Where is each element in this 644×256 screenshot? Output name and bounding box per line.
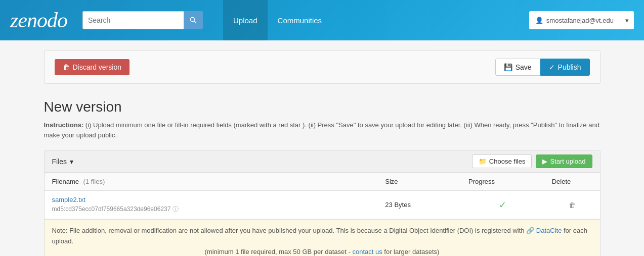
external-link-icon: 🔗 (526, 227, 534, 234)
file-delete-button[interactable]: 🗑 (569, 201, 576, 209)
right-buttons: 💾 Save ✓ Publish (495, 59, 590, 76)
col-header-delete: Delete (544, 173, 600, 191)
publish-button[interactable]: ✓ Publish (540, 59, 590, 76)
chevron-down-icon: ▾ (70, 158, 73, 166)
file-delete-cell: 🗑 (544, 191, 600, 219)
logo: zenodo (10, 8, 67, 32)
file-count-badge: (1 files) (83, 178, 105, 185)
search-input[interactable] (82, 11, 184, 29)
col-header-filename: Filename (1 files) (45, 173, 378, 191)
search-icon (190, 17, 197, 24)
user-area: 👤 smostafanejad@vt.edu ▾ (529, 11, 634, 29)
files-tbody: sample2.txt md5:cd375ecc07df759665a323de… (45, 191, 600, 219)
instructions-label: Instructions: (44, 121, 84, 129)
progress-check-icon: ✓ (499, 200, 506, 210)
table-row: sample2.txt md5:cd375ecc07df759665a323de… (45, 191, 600, 219)
user-dropdown-button[interactable]: ▾ (620, 11, 634, 29)
upload-icon: ▶ (542, 158, 547, 165)
choose-files-button[interactable]: 📁 Choose files (472, 155, 532, 168)
files-actions: 📁 Choose files ▶ Start upload (472, 155, 592, 168)
floppy-icon: 💾 (504, 63, 512, 71)
main-content: 🗑 Discard version 💾 Save ✓ Publish New v… (34, 40, 611, 256)
note-line2: (minimum 1 file required, max 50 GB per … (52, 247, 592, 256)
search-wrapper (82, 11, 203, 29)
note-box: Note: File addition, removal or modifica… (45, 219, 600, 256)
start-upload-button[interactable]: ▶ Start upload (536, 155, 592, 168)
file-link[interactable]: sample2.txt (52, 196, 85, 203)
col-header-size: Size (377, 173, 461, 191)
nav-upload[interactable]: Upload (223, 0, 268, 40)
nav-communities[interactable]: Communities (268, 0, 332, 40)
nav-links: Upload Communities (223, 0, 332, 40)
hash-help-icon[interactable]: ⓘ (173, 206, 179, 213)
page-title: New version (44, 99, 600, 115)
table-header-row: Filename (1 files) Size Progress Delete (45, 173, 600, 191)
trash-icon: 🗑 (63, 63, 70, 71)
search-button[interactable] (184, 11, 203, 29)
user-button[interactable]: 👤 smostafanejad@vt.edu (529, 11, 620, 29)
file-size-cell: 23 Bytes (377, 191, 461, 219)
datacite-link[interactable]: DataCite (536, 227, 562, 234)
save-button[interactable]: 💾 Save (495, 59, 540, 76)
user-email: smostafanejad@vt.edu (546, 17, 614, 24)
table-head: Filename (1 files) Size Progress Delete (45, 173, 600, 191)
files-label[interactable]: Files ▾ (52, 158, 74, 166)
chevron-down-icon: ▾ (625, 17, 629, 24)
action-bar: 🗑 Discard version 💾 Save ✓ Publish (44, 50, 600, 84)
svg-point-0 (191, 18, 195, 22)
files-header: Files ▾ 📁 Choose files ▶ Start upload (45, 150, 600, 173)
svg-line-1 (194, 21, 197, 24)
file-progress-cell: ✓ (461, 191, 544, 219)
folder-icon: 📁 (479, 158, 487, 165)
user-icon: 👤 (535, 17, 543, 24)
file-name-cell: sample2.txt md5:cd375ecc07df759665a323de… (45, 191, 378, 219)
instructions-text: (i) Upload minimum one file or fill-in r… (44, 121, 599, 139)
check-circle-icon: ✓ (549, 63, 555, 71)
header: zenodo Upload Communities 👤 smostafaneja… (0, 0, 644, 40)
note-line1: Note: File addition, removal or modifica… (52, 226, 592, 247)
discard-version-button[interactable]: 🗑 Discard version (55, 59, 130, 75)
files-label-text: Files (52, 158, 67, 166)
col-header-progress: Progress (461, 173, 544, 191)
contact-us-link[interactable]: contact us (352, 248, 382, 255)
files-section: Files ▾ 📁 Choose files ▶ Start upload Fi… (44, 150, 600, 256)
file-hash: md5:cd375ecc07df759665a323de96e06237 ⓘ (52, 205, 370, 214)
files-table: Filename (1 files) Size Progress Delete … (45, 173, 600, 219)
instructions: Instructions: (i) Upload minimum one fil… (44, 120, 600, 140)
